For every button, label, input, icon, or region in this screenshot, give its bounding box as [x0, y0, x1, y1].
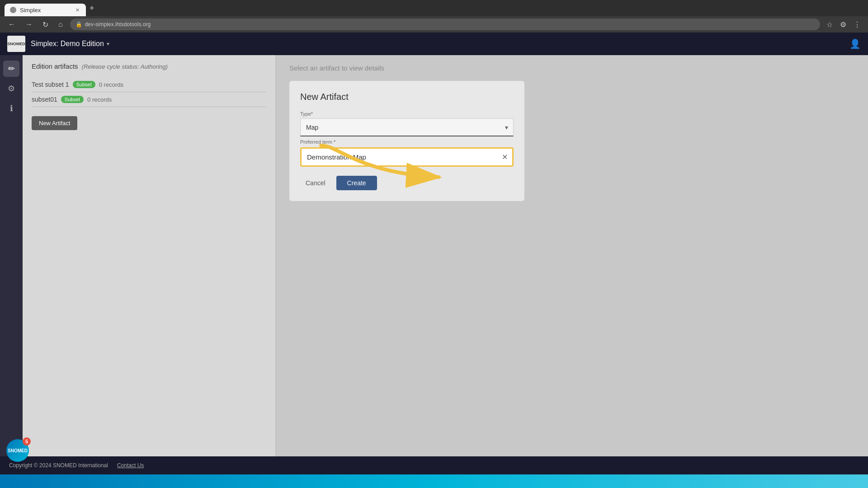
create-button[interactable]: Create	[336, 176, 377, 190]
artifact-row-2[interactable]: subset01 Subset 0 records	[32, 92, 266, 107]
edition-status: (Release cycle status: Authoring)	[82, 63, 168, 70]
url-text: dev-simplex.ihtsdotools.org	[85, 21, 151, 28]
app-title-chevron-icon: ▾	[107, 41, 109, 47]
app-container: SNOMED Simplex: Demo Edition ▾ 👤 ✏ ⚙ ℹ E…	[0, 33, 868, 488]
form-actions: Cancel Create	[300, 176, 514, 190]
cancel-button[interactable]: Cancel	[300, 176, 331, 190]
app-logo: SNOMED	[7, 36, 25, 52]
forward-button[interactable]: →	[23, 19, 35, 30]
sidebar-icon-settings[interactable]: ⚙	[3, 80, 19, 97]
snomed-notification-badge: 5	[23, 437, 31, 446]
artifact-row[interactable]: Test subset 1 Subset 0 records	[32, 77, 266, 92]
preferred-term-form-group: Preferred term * ✕	[300, 147, 514, 167]
preferred-term-wrapper: ✕	[300, 147, 514, 167]
content-area: Edition artifacts (Release cycle status:…	[23, 55, 868, 456]
subset-badge-2: Subset	[61, 96, 84, 103]
artifact-records-1: 0 records	[99, 81, 123, 88]
preferred-term-input[interactable]	[302, 149, 497, 165]
preferred-term-clear-button[interactable]: ✕	[497, 153, 512, 161]
edition-artifacts-title: Edition artifacts	[32, 62, 78, 70]
tab-label: Simplex	[20, 7, 41, 14]
lock-icon: 🔒	[75, 21, 82, 28]
main-body: ✏ ⚙ ℹ Edition artifacts (Release cycle s…	[0, 55, 868, 456]
new-artifact-button[interactable]: New Artifact	[32, 116, 77, 130]
new-tab-button[interactable]: +	[86, 4, 98, 13]
sidebar-icon-edit[interactable]: ✏	[3, 61, 19, 77]
type-form-group: Type* Map ▾	[300, 111, 514, 136]
tab-favicon	[10, 7, 16, 13]
edition-artifacts-header: Edition artifacts (Release cycle status:…	[32, 62, 266, 70]
artifact-records-2: 0 records	[87, 96, 112, 103]
type-select-wrapper: Map ▾	[300, 118, 514, 136]
sidebar-icon-info[interactable]: ℹ	[3, 100, 19, 117]
type-select[interactable]: Map	[300, 118, 514, 136]
address-bar[interactable]: 🔒 dev-simplex.ihtsdotools.org	[70, 19, 820, 30]
type-label: Type*	[300, 111, 514, 117]
select-artifact-hint: Select an artifact to view details	[289, 64, 854, 72]
new-artifact-card: New Artifact Type* Map ▾	[289, 81, 524, 201]
user-icon[interactable]: 👤	[849, 38, 861, 49]
footer-copyright: Copyright © 2024 SNOMED International	[9, 462, 108, 469]
teal-bar	[0, 474, 868, 488]
footer: Copyright © 2024 SNOMED International Co…	[0, 456, 868, 474]
menu-button[interactable]: ⋮	[852, 19, 863, 31]
app-title-text: Simplex: Demo Edition	[31, 40, 104, 48]
tab-close-button[interactable]: ✕	[74, 7, 80, 13]
snomed-avatar-text: SNOMED	[8, 448, 28, 453]
home-button[interactable]: ⌂	[56, 19, 66, 30]
artifact-name-1: Test subset 1	[32, 81, 69, 88]
back-button[interactable]: ←	[5, 19, 18, 30]
right-panel: Select an artifact to view details New A…	[276, 55, 868, 456]
new-artifact-card-title: New Artifact	[300, 92, 514, 102]
subset-badge-1: Subset	[73, 81, 95, 88]
extensions-button[interactable]: ⚙	[838, 19, 848, 31]
app-title[interactable]: Simplex: Demo Edition ▾	[31, 40, 109, 48]
browser-tab[interactable]: Simplex ✕	[5, 4, 86, 16]
left-panel: Edition artifacts (Release cycle status:…	[23, 55, 276, 456]
snomed-avatar[interactable]: 5 SNOMED	[6, 439, 29, 462]
artifact-name-2: subset01	[32, 96, 57, 103]
refresh-button[interactable]: ↻	[40, 19, 51, 31]
footer-contact-us[interactable]: Contact Us	[117, 462, 144, 469]
preferred-term-label: Preferred term *	[300, 139, 335, 145]
bookmark-button[interactable]: ☆	[825, 19, 835, 31]
left-sidebar: ✏ ⚙ ℹ	[0, 55, 23, 456]
browser-chrome: Simplex ✕ + ← → ↻ ⌂ 🔒 dev-simplex.ihtsdo…	[0, 0, 868, 33]
app-header: SNOMED Simplex: Demo Edition ▾ 👤	[0, 33, 868, 55]
